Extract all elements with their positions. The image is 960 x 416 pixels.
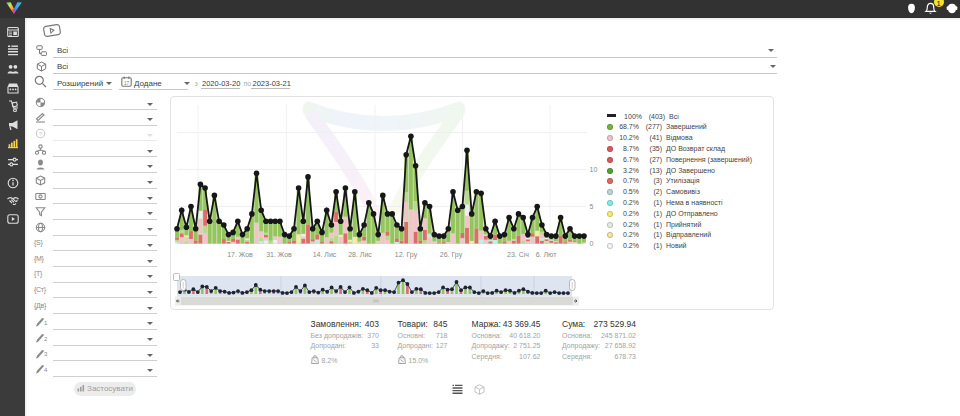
svg-text:6. Лют: 6. Лют xyxy=(536,251,557,258)
svg-text:17. Жов: 17. Жов xyxy=(227,251,253,258)
svg-text:26. Гру: 26. Гру xyxy=(440,251,463,259)
svg-text:5: 5 xyxy=(590,203,594,210)
svg-text:10: 10 xyxy=(590,166,598,173)
svg-text:0: 0 xyxy=(590,240,594,247)
svg-text:23. Січ: 23. Січ xyxy=(507,251,529,258)
svg-text:12. Гру: 12. Гру xyxy=(395,251,418,259)
svg-text:14. Лис: 14. Лис xyxy=(313,251,337,258)
svg-text:?: ? xyxy=(39,130,43,136)
svg-text:17: 17 xyxy=(123,80,129,85)
svg-text:28. Лис: 28. Лис xyxy=(348,251,372,258)
svg-text:31. Жов: 31. Жов xyxy=(266,251,292,258)
